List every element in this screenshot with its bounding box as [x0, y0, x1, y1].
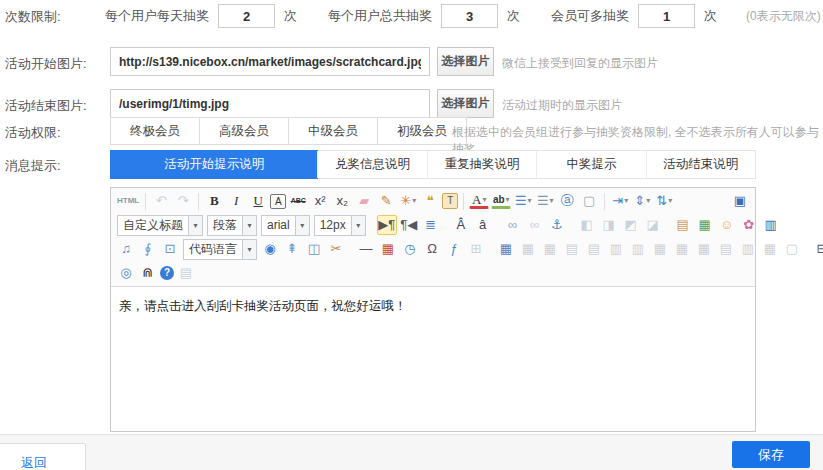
editor-content[interactable]: 亲，请点击进入刮刮卡抽奖活动页面，祝您好运哦！ — [111, 287, 755, 431]
daily-draws-input[interactable] — [218, 4, 275, 28]
print-icon[interactable]: ⊟ — [812, 239, 823, 259]
search-replace-icon[interactable]: ⋒ — [138, 263, 158, 283]
horizontal-rule-icon[interactable]: — — [356, 239, 376, 259]
page-break-icon[interactable]: ⇞ — [282, 239, 302, 259]
underline-icon[interactable]: U — [248, 191, 268, 211]
blockquote-icon[interactable]: ❝ — [420, 191, 440, 211]
table-align-left-icon: ▦ — [650, 239, 670, 259]
start-image-pick-button[interactable]: 选择图片 — [437, 47, 494, 76]
insert-table-icon[interactable]: ▦ — [496, 239, 516, 259]
map-icon[interactable]: ◉ — [260, 239, 280, 259]
anchor-icon[interactable]: ⚓ — [547, 215, 567, 235]
special-characters-icon[interactable]: Ω — [422, 239, 442, 259]
style-select-value: 自定义标题 — [118, 217, 188, 234]
redo-icon: ↷ — [173, 191, 193, 211]
member-option[interactable]: 终极会员 — [110, 117, 200, 145]
back-button[interactable]: 返回 — [0, 443, 86, 470]
insert-iframe-icon[interactable]: ⊡ — [160, 239, 180, 259]
messages-label: 消息提示: — [5, 157, 61, 175]
insert-image-icon[interactable]: ▤ — [673, 215, 693, 235]
style-anchor-icon[interactable]: ⓐ — [557, 191, 577, 211]
highlight-color-icon[interactable]: ab▾ — [491, 193, 511, 209]
attachment-icon[interactable]: ∮ — [138, 239, 158, 259]
new-page-icon[interactable]: ▢ — [579, 191, 599, 211]
message-tabs: 活动开始提示说明兑奖信息说明重复抽奖说明中奖提示活动结束说明 — [110, 150, 756, 179]
chevron-down-icon: ▾ — [188, 216, 202, 235]
toolbar-row-1: HTML↶↷BIUAABCx²x₂▰✎✳▾❝TA▾ab▾☰▾☰▾ⓐ▢⇥▾⇕▾⇅▾… — [113, 189, 753, 213]
message-tab[interactable]: 活动开始提示说明 — [110, 150, 318, 179]
daily-draws-unit: 次 — [284, 7, 297, 25]
strikethrough-icon[interactable]: ABC — [288, 191, 308, 211]
indent-paragraph-icon[interactable]: ≣ — [421, 215, 441, 235]
insert-video-icon[interactable]: ▥ — [761, 215, 781, 235]
bordered-text-icon[interactable]: A — [270, 194, 286, 209]
permission-label: 活动权限: — [5, 124, 61, 142]
indent-icon[interactable]: ⇥▾ — [610, 191, 630, 211]
to-lowercase-icon[interactable]: â — [473, 215, 493, 235]
fullscreen-icon[interactable]: ▣ — [730, 191, 750, 211]
superscript-icon[interactable]: x² — [310, 191, 330, 211]
paragraph-select[interactable]: 段落▾ — [207, 215, 257, 236]
member-extra-draws-label: 会员可多抽奖 — [551, 7, 629, 25]
message-tab[interactable]: 重复抽奖说明 — [427, 151, 536, 178]
graffiti-icon[interactable]: ✿ — [739, 215, 759, 235]
unordered-list-icon[interactable]: ☰▾ — [535, 191, 555, 211]
source-icon[interactable]: HTML — [116, 191, 140, 211]
scrawl-icon[interactable]: ✳▾ — [398, 191, 418, 211]
paragraph-spacing-icon[interactable]: ⇅▾ — [654, 191, 674, 211]
table-align-center-icon: ▦ — [672, 239, 692, 259]
size-select[interactable]: 12px▾ — [314, 215, 366, 236]
code-language-select-value: 代码语言 — [184, 241, 242, 258]
subscript-icon[interactable]: x₂ — [332, 191, 352, 211]
font-color-icon[interactable]: A▾ — [469, 193, 489, 209]
member-option[interactable]: 高级会员 — [199, 117, 289, 145]
message-tab[interactable]: 中奖提示 — [536, 151, 645, 178]
chevron-down-icon: ▾ — [668, 191, 672, 211]
music-icon[interactable]: ♫ — [116, 239, 136, 259]
line-height-icon[interactable]: ⇕▾ — [632, 191, 652, 211]
screenshot-icon[interactable]: ✂ — [326, 239, 346, 259]
code-language-select[interactable]: 代码语言▾ — [183, 239, 257, 260]
total-draws-input[interactable] — [441, 4, 498, 28]
chevron-down-icon: ▾ — [242, 216, 256, 235]
insert-date-icon[interactable]: ▦ — [378, 239, 398, 259]
ordered-list-icon[interactable]: ☰▾ — [513, 191, 533, 211]
paste-as-text-icon[interactable]: T — [442, 193, 458, 209]
chevron-down-icon: ▾ — [506, 190, 510, 210]
editor-toolbar: HTML↶↷BIUAABCx²x₂▰✎✳▾❝TA▾ab▾☰▾☰▾ⓐ▢⇥▾⇕▾⇅▾… — [111, 188, 755, 287]
end-image-pick-button[interactable]: 选择图片 — [437, 89, 494, 118]
chevron-down-icon: ▾ — [624, 191, 628, 211]
first-line-indent-icon[interactable]: ▶¶ — [377, 215, 397, 235]
size-select-value: 12px — [315, 218, 351, 232]
style-select[interactable]: 自定义标题▾ — [117, 215, 203, 236]
link-icon[interactable]: ∞ — [503, 215, 523, 235]
total-draws-unit: 次 — [507, 7, 520, 25]
message-tab[interactable]: 活动结束说明 — [646, 151, 755, 178]
save-button[interactable]: 保存 — [732, 441, 810, 468]
italic-icon[interactable]: I — [226, 191, 246, 211]
font-select[interactable]: arial▾ — [261, 215, 310, 236]
start-image-input[interactable] — [110, 47, 430, 76]
help-icon[interactable]: ? — [160, 266, 174, 280]
preview-icon[interactable]: ◎ — [116, 263, 136, 283]
toolbar-separator — [198, 193, 199, 210]
table-background-icon: ▦ — [760, 239, 780, 259]
member-extra-draws-input[interactable] — [638, 4, 695, 28]
merge-cells-icon: ▤ — [562, 239, 582, 259]
rtl-paragraph-icon[interactable]: ¶◀ — [399, 215, 419, 235]
eraser-icon[interactable]: ▰ — [354, 191, 374, 211]
format-painter-icon[interactable]: ✎ — [376, 191, 396, 211]
member-option[interactable]: 中级会员 — [288, 117, 378, 145]
message-tab[interactable]: 兑奖信息说明 — [317, 151, 426, 178]
end-image-input[interactable] — [110, 89, 430, 118]
paragraph-select-value: 段落 — [208, 217, 242, 234]
emoji-icon[interactable]: ☺ — [717, 215, 737, 235]
insert-time-icon[interactable]: ◷ — [400, 239, 420, 259]
upload-image-icon[interactable]: ▦ — [695, 215, 715, 235]
toolbar-separator — [604, 193, 605, 210]
formula-icon[interactable]: ƒ — [444, 239, 464, 259]
to-uppercase-icon[interactable]: Â — [451, 215, 471, 235]
scratch-card-activity-form: 次数限制: 每个用户每天抽奖 次 每个用户总共抽奖 次 会员可多抽奖 次 (0表… — [0, 0, 823, 470]
columns-icon[interactable]: ◫ — [304, 239, 324, 259]
bold-icon[interactable]: B — [204, 191, 224, 211]
